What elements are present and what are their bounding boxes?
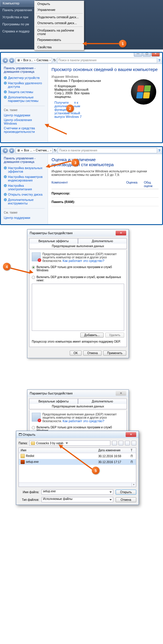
dep-radio-essential[interactable]: Включить DEP только для основных програм… <box>32 265 124 273</box>
sidebar-heading[interactable]: Панель управления - домашняя страница <box>4 156 45 164</box>
add-button[interactable]: Добавить... <box>80 333 104 338</box>
folder-select[interactable]: Cossacks 3 by xatab <box>29 440 110 446</box>
section-1-start-context: Компьютер Панель управления Устройства и… <box>0 0 163 49</box>
ok-button[interactable]: OK <box>70 351 82 356</box>
search-input[interactable]: Поиск в панели управления <box>58 148 157 153</box>
up-icon[interactable] <box>119 441 123 445</box>
dep-exclusion-list[interactable] <box>32 284 124 331</box>
help-icon[interactable]: ? <box>158 59 160 62</box>
filename-row: Имя файла: setup.exe Открыть <box>19 489 136 495</box>
addr-crumb[interactable]: Все э... <box>23 59 33 62</box>
dep-radio-all[interactable]: Включить DEP для всех программ и служб, … <box>32 275 124 283</box>
sidebar-link-action-center[interactable]: Центр поддержки <box>4 215 45 220</box>
address-bar[interactable]: 🖥 › Все э... › Система › <box>16 58 52 63</box>
search-input[interactable]: Поиск в панели управления <box>57 58 157 63</box>
sidebar-link-device-manager[interactable]: Диспетчер устройств <box>4 75 45 80</box>
dialog-footer: OK Отмена Применить <box>27 348 129 358</box>
help-icon[interactable]: ? <box>158 149 160 152</box>
file-row-setup-exe[interactable]: setup.exe 30.12.2016 17:17 П <box>19 459 136 465</box>
delete-button[interactable]: Удалить <box>105 333 124 338</box>
file-open-dialog: 🗔 Открыть ✕ Папка: Cossacks 3 by xatab И… <box>16 431 139 505</box>
sidebar-heading[interactable]: Панель управления - домашняя страница <box>4 66 45 73</box>
refresh-icon[interactable]: ↻ <box>53 58 56 62</box>
tab-visual-effects[interactable]: Визуальные эффекты <box>29 238 78 244</box>
window-controls: — ▢ ✕ <box>134 52 160 57</box>
file-type: П <box>129 454 136 459</box>
sidebar-subheading: См. также <box>4 211 45 214</box>
addr-crumb[interactable]: Счетчик... <box>36 149 49 152</box>
row-label: Процессор: <box>51 191 126 195</box>
col-type[interactable]: Т <box>129 448 136 453</box>
start-item[interactable]: Программы по ум <box>0 21 35 28</box>
nav-forward-icon[interactable]: ► <box>9 58 14 63</box>
addr-crumb[interactable]: 🖥 <box>17 59 20 62</box>
sidebar-link-performance[interactable]: Счетчики и средства производительности <box>4 126 45 134</box>
addr-crumb[interactable]: Все ... <box>24 149 32 152</box>
close-button[interactable]: ✕ <box>116 391 126 396</box>
ctx-open[interactable]: Открыть <box>34 1 84 7</box>
start-computer-item[interactable]: Компьютер <box>0 0 35 6</box>
dialog-titlebar: Параметры быстродействия ✕ <box>27 390 129 397</box>
nav-back-icon[interactable]: ◄ <box>3 58 8 63</box>
close-button[interactable]: ✕ <box>116 231 126 235</box>
folder-label: Папка: <box>19 442 28 445</box>
sidebar-link-visual-effects[interactable]: Настройка визуальных эффектов <box>4 165 45 174</box>
sidebar-link-action-center[interactable]: Центр поддержки <box>4 113 45 118</box>
minimize-button[interactable]: — <box>134 52 142 57</box>
dep-how-link[interactable]: Как работает это средство? <box>63 259 104 262</box>
maximize-button[interactable]: ▢ <box>143 52 151 57</box>
addr-sep: › <box>34 149 34 152</box>
scroll-right-icon[interactable]: ▸ <box>132 483 136 487</box>
tab-strip: Визуальные эффекты Дополнительно <box>27 397 129 404</box>
close-button[interactable]: ✕ <box>126 432 136 437</box>
col-total: Общ оценк <box>144 181 159 188</box>
start-item[interactable]: Панель управления <box>0 6 35 14</box>
sidebar-link-remote[interactable]: Настройка удаленного доступа <box>4 80 45 89</box>
tab-advanced[interactable]: Дополнительно <box>78 238 127 244</box>
ctx-properties[interactable]: Свойства <box>34 44 84 50</box>
ctx-show-desktop[interactable]: Отображать на рабочем столе <box>34 27 84 37</box>
addr-crumb[interactable]: 🖥 <box>17 149 20 152</box>
tab-advanced[interactable]: Дополнительно <box>78 399 127 404</box>
nav-forward-icon[interactable]: ► <box>9 148 14 153</box>
new-folder-icon[interactable] <box>125 441 130 445</box>
ctx-rename[interactable]: Переименовать <box>34 37 84 43</box>
file-name: Redist <box>26 454 34 458</box>
addr-crumb[interactable]: Система <box>36 59 48 62</box>
tab-dep-selected[interactable]: Предотвращение выполнения данных <box>29 404 127 409</box>
start-item[interactable]: Устройства и при <box>0 14 35 21</box>
refresh-icon[interactable]: ↻ <box>54 148 56 152</box>
ctx-unmap-drive[interactable]: Отключить сетевой диск... <box>34 20 84 26</box>
sidebar-link-indexing[interactable]: Настройка параметров индексирования <box>4 174 45 183</box>
page-title: Просмотр основных сведений о вашем компь… <box>51 67 159 72</box>
sidebar-link-protection[interactable]: Защита системы <box>4 89 45 95</box>
tab-visual-effects[interactable]: Визуальные эффекты <box>29 399 78 404</box>
cancel-button[interactable]: Отмена <box>116 497 136 502</box>
dropdown-icon <box>109 499 112 501</box>
radio-label: Включить DEP для всех программ и служб, … <box>36 275 124 282</box>
open-button[interactable]: Открыть <box>116 490 136 495</box>
start-item[interactable]: Справка и поддер <box>0 28 35 35</box>
file-list-header: Имя Дата изменения Т <box>19 448 136 453</box>
ctx-manage[interactable]: Управление <box>34 7 84 13</box>
sidebar-link-advanced[interactable]: Дополнительные параметры системы <box>4 95 45 103</box>
sidebar-link-windows-update[interactable]: Центр обновления Windows <box>4 118 45 126</box>
address-bar[interactable]: 🖥 « Все ... › Счетчик... › <box>16 148 53 153</box>
ctx-map-drive[interactable]: Подключить сетевой диск... <box>34 14 84 20</box>
sidebar-link-disk-cleanup[interactable]: Открыть очистку диска <box>4 192 45 197</box>
tab-dep-selected[interactable]: Предотвращение выполнения данных <box>29 244 127 249</box>
cancel-button[interactable]: Отмена <box>83 351 102 356</box>
col-name[interactable]: Имя <box>19 448 97 453</box>
sidebar-link-tools[interactable]: Дополнительные инструменты <box>4 197 45 206</box>
filename-input[interactable]: setup.exe <box>41 489 113 495</box>
back-icon[interactable] <box>112 441 117 445</box>
dep-how-link[interactable]: Как работает это средство? <box>63 419 104 423</box>
apply-button[interactable]: Применить <box>103 351 126 356</box>
col-date[interactable]: Дата изменения <box>97 448 129 453</box>
filetype-select[interactable]: Исполняемые файлы <box>41 497 113 502</box>
sidebar-link-power[interactable]: Настройка электропитания <box>4 183 45 192</box>
nav-back-icon[interactable]: ◄ <box>3 148 8 153</box>
close-button[interactable]: ✕ <box>152 52 160 57</box>
views-icon[interactable] <box>132 441 136 445</box>
main-pane: Оценка и увеличение производител сти ком… <box>48 154 162 224</box>
